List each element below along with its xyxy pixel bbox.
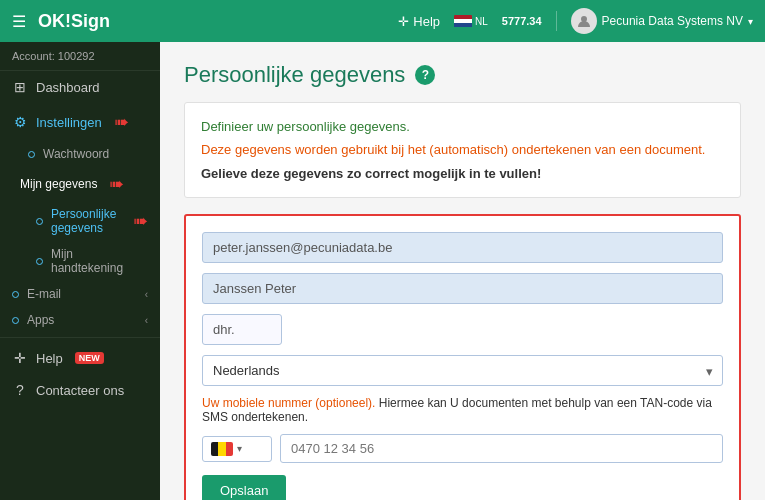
save-button[interactable]: Opslaan <box>202 475 286 500</box>
language-select[interactable]: Nederlands English Français Deutsch <box>202 355 723 386</box>
info-line-3: Gelieve deze gegevens zo correct mogelij… <box>201 162 724 185</box>
topbar-right: ✛ Help NL 5777.34 Pecunia Data Systems N… <box>398 8 753 34</box>
mobile-optional: Uw mobiele nummer (optioneel). <box>202 396 375 410</box>
dot-icon <box>12 317 19 324</box>
sidebar-item-contact[interactable]: ? Contacteer ons <box>0 374 160 406</box>
dot-icon <box>12 291 19 298</box>
flag-black <box>211 442 218 456</box>
new-badge: NEW <box>75 352 104 364</box>
sidebar-contact-label: Contacteer ons <box>36 383 124 398</box>
main-content: Persoonlijke gegevens ? Definieer uw per… <box>160 42 765 500</box>
sidebar-divider <box>0 337 160 338</box>
sidebar-help-label: Help <box>36 351 63 366</box>
sidebar-item-mijn-handtekening[interactable]: Mijn handtekening <box>0 241 160 281</box>
name-input[interactable] <box>202 232 723 263</box>
sidebar-item-email[interactable]: E-mail ‹ <box>0 281 160 307</box>
sidebar-item-label: Dashboard <box>36 80 100 95</box>
page-help-button[interactable]: ? <box>415 65 435 85</box>
plus-icon: ✛ <box>398 14 409 29</box>
sidebar-item-persoonlijke-gegevens[interactable]: Persoonlijke gegevens ➠ <box>0 201 160 241</box>
info-box: Definieer uw persoonlijke gegevens. Deze… <box>184 102 741 198</box>
red-arrow-mijn-gegevens: ➠ <box>109 173 124 195</box>
form-field-language: Nederlands English Français Deutsch <box>202 355 723 386</box>
sidebar-item-help[interactable]: ✛ Help NEW <box>0 342 160 374</box>
sidebar-item-mijn-gegevens[interactable]: Mijn gegevens ➠ <box>0 167 160 201</box>
credits-display: 5777.34 <box>502 15 542 27</box>
sidebar-item-instellingen[interactable]: ⚙ Instellingen ➠ <box>0 103 160 141</box>
help-button[interactable]: ✛ Help <box>398 14 440 29</box>
sidebar: Account: 100292 ⊞ Dashboard ⚙ Instelling… <box>0 42 160 500</box>
user-menu[interactable]: Pecunia Data Systems NV ▾ <box>571 8 753 34</box>
question-icon: ? <box>12 382 28 398</box>
help-label: Help <box>413 14 440 29</box>
flag-blue <box>454 23 472 27</box>
be-flag <box>211 442 233 456</box>
lang-code: NL <box>475 16 488 27</box>
flag-yellow <box>218 442 225 456</box>
mobile-info-text: Uw mobiele nummer (optioneel). Hiermee k… <box>202 396 723 424</box>
divider <box>556 11 557 31</box>
dashboard-icon: ⊞ <box>12 79 28 95</box>
form-field-name <box>202 232 723 263</box>
main-layout: Account: 100292 ⊞ Dashboard ⚙ Instelling… <box>0 42 765 500</box>
sidebar-item-label: Mijn gegevens <box>20 177 97 191</box>
user-dropdown-icon: ▾ <box>748 16 753 27</box>
info-line-2: Deze gegevens worden gebruikt bij het (a… <box>201 138 724 161</box>
sidebar-item-label: Persoonlijke gegevens <box>51 207 121 235</box>
sidebar-item-label: Apps <box>27 313 54 327</box>
app-logo: OK!Sign <box>38 11 110 32</box>
dot-icon <box>36 218 43 225</box>
logo-ok: OK!Sign <box>38 11 110 31</box>
user-name: Pecunia Data Systems NV <box>602 14 743 28</box>
title-input[interactable] <box>202 314 282 345</box>
topbar: ☰ OK!Sign ✛ Help NL 5777.34 <box>0 0 765 42</box>
sidebar-item-apps[interactable]: Apps ‹ <box>0 307 160 333</box>
sidebar-item-label: Wachtwoord <box>43 147 109 161</box>
chevron-right-icon: ‹ <box>145 289 148 300</box>
page-header: Persoonlijke gegevens ? <box>184 62 741 88</box>
red-arrow-instellingen: ➠ <box>114 111 129 133</box>
phone-input[interactable] <box>280 434 723 463</box>
flag-dropdown-icon: ▾ <box>237 443 242 454</box>
language-select-wrapper: Nederlands English Français Deutsch <box>202 355 723 386</box>
sidebar-item-dashboard[interactable]: ⊞ Dashboard <box>0 71 160 103</box>
sidebar-item-label: E-mail <box>27 287 61 301</box>
nl-flag <box>454 15 472 28</box>
sidebar-item-label: Instellingen <box>36 115 102 130</box>
info-line-1: Definieer uw persoonlijke gegevens. <box>201 115 724 138</box>
person-icon <box>577 14 591 28</box>
dot-icon <box>36 258 43 265</box>
topbar-left: ☰ OK!Sign <box>12 11 110 32</box>
settings-icon: ⚙ <box>12 114 28 130</box>
hamburger-icon[interactable]: ☰ <box>12 12 26 31</box>
sidebar-item-label: Mijn handtekening <box>51 247 148 275</box>
account-label: Account: 100292 <box>0 42 160 71</box>
chevron-right-icon: ‹ <box>145 315 148 326</box>
sidebar-item-wachtwoord[interactable]: Wachtwoord <box>0 141 160 167</box>
page-title: Persoonlijke gegevens <box>184 62 405 88</box>
form-field-title <box>202 314 723 345</box>
language-flag: NL <box>454 15 488 28</box>
help-icon: ✛ <box>12 350 28 366</box>
phone-row: ▾ <box>202 434 723 463</box>
flag-selector[interactable]: ▾ <box>202 436 272 462</box>
lastname-input[interactable] <box>202 273 723 304</box>
dot-icon <box>28 151 35 158</box>
user-avatar <box>571 8 597 34</box>
red-arrow-persoonlijke: ➠ <box>133 210 148 232</box>
credits-amount: 5777.34 <box>502 15 542 27</box>
form-field-lastname <box>202 273 723 304</box>
personal-data-form: Nederlands English Français Deutsch Uw m… <box>184 214 741 500</box>
flag-red <box>226 442 233 456</box>
